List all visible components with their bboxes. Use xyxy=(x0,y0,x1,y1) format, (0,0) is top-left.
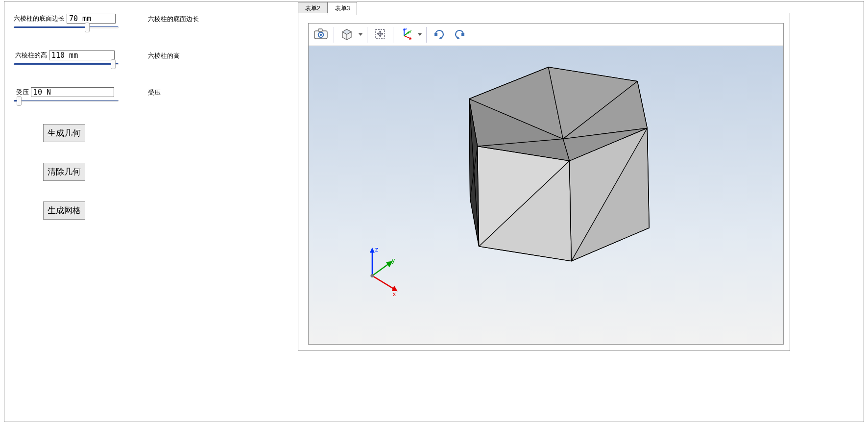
svg-marker-13 xyxy=(407,31,410,34)
svg-text:z: z xyxy=(405,27,407,30)
cube-icon xyxy=(340,27,354,42)
generate-mesh-button[interactable]: 生成网格 xyxy=(43,201,85,220)
edge-input[interactable] xyxy=(67,14,116,24)
pressure-slider[interactable] xyxy=(14,100,119,102)
viewport-inner: x y z xyxy=(308,23,784,345)
svg-marker-17 xyxy=(439,36,442,39)
view-cube-dropdown[interactable] xyxy=(358,33,363,36)
chevron-down-icon xyxy=(418,33,422,36)
svg-marker-4 xyxy=(342,29,351,40)
svg-rect-7 xyxy=(376,29,385,38)
axis-y-label: y xyxy=(392,256,395,264)
rotate-cw-button[interactable] xyxy=(430,25,449,44)
tab-form3[interactable]: 表单3 xyxy=(328,2,358,15)
svg-point-3 xyxy=(320,34,322,36)
svg-line-40 xyxy=(372,263,390,276)
rotate-ccw-button[interactable] xyxy=(450,25,469,44)
chevron-down-icon xyxy=(359,33,362,36)
svg-point-42 xyxy=(370,274,374,277)
pressure-label: 受压 xyxy=(14,88,31,97)
zoom-extents-button[interactable] xyxy=(371,25,389,44)
svg-line-10 xyxy=(404,36,411,39)
svg-line-38 xyxy=(372,276,395,289)
3d-canvas[interactable]: x y z xyxy=(309,46,783,344)
left-panel: 六棱柱的底面边长 六棱柱的底面边长 六棱柱的高 六棱柱的高 xyxy=(14,14,283,240)
svg-rect-1 xyxy=(318,29,322,31)
rotate-ccw-icon xyxy=(453,27,466,42)
field-row-edge: 六棱柱的底面边长 六棱柱的底面边长 xyxy=(14,14,283,28)
height-input[interactable] xyxy=(49,50,115,60)
rotate-cw-icon xyxy=(433,27,446,42)
svg-rect-18 xyxy=(434,33,437,36)
height-side-label: 六棱柱的高 xyxy=(148,50,180,60)
toolbar-separator xyxy=(426,27,427,43)
svg-marker-9 xyxy=(403,28,406,30)
zoom-extents-icon xyxy=(374,27,386,42)
toolbar-separator xyxy=(334,27,334,43)
toolbar-separator xyxy=(367,27,367,43)
svg-text:x: x xyxy=(410,37,411,40)
axis-dropdown[interactable] xyxy=(417,33,423,36)
axis-icon: x y z xyxy=(399,27,413,42)
svg-text:y: y xyxy=(410,29,412,33)
clear-geometry-button[interactable]: 清除几何 xyxy=(43,163,85,181)
svg-rect-20 xyxy=(461,33,464,36)
viewport-toolbar: x y z xyxy=(309,24,783,46)
pressure-side-label: 受压 xyxy=(148,87,161,97)
viewport-frame: x y z xyxy=(298,13,790,351)
svg-marker-11 xyxy=(409,37,412,40)
height-slider[interactable] xyxy=(14,63,119,65)
edge-slider[interactable] xyxy=(14,26,119,28)
edge-side-label: 六棱柱的底面边长 xyxy=(148,14,199,24)
svg-marker-6 xyxy=(342,29,351,34)
svg-point-2 xyxy=(318,32,323,37)
pressure-input[interactable] xyxy=(31,87,114,97)
view-cube-button[interactable] xyxy=(338,25,356,44)
axis-orientation-button[interactable]: x y z xyxy=(397,25,415,44)
svg-rect-0 xyxy=(314,31,327,39)
axis-x-label: x xyxy=(393,290,396,298)
field-row-pressure: 受压 受压 xyxy=(14,87,283,102)
snapshot-icon xyxy=(313,28,328,41)
edge-label: 六棱柱的底面边长 xyxy=(14,14,67,23)
generate-geometry-button[interactable]: 生成几何 xyxy=(43,124,85,142)
toolbar-separator xyxy=(393,27,393,43)
svg-marker-19 xyxy=(457,36,459,39)
height-label: 六棱柱的高 xyxy=(14,51,49,60)
field-row-height: 六棱柱的高 六棱柱的高 xyxy=(14,50,283,65)
svg-marker-37 xyxy=(370,248,375,253)
snapshot-button[interactable] xyxy=(312,25,330,44)
svg-line-12 xyxy=(404,32,409,36)
axis-z-label: z xyxy=(375,246,379,253)
